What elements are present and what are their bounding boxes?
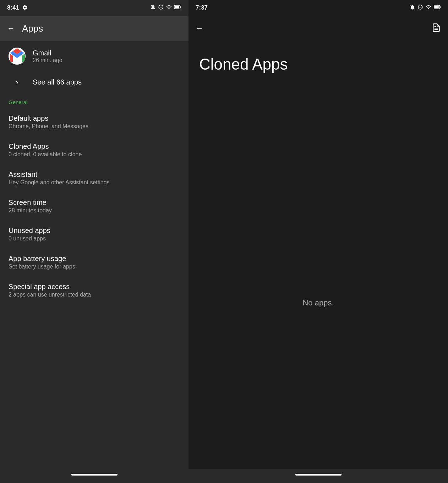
left-status-bar: 8:41 [0, 0, 189, 16]
battery-usage-subtitle: Set battery usage for apps [9, 264, 180, 270]
battery-icon [174, 5, 181, 11]
settings-icon [22, 5, 28, 11]
right-content: Cloned Apps No apps. [189, 41, 448, 469]
left-back-button[interactable]: ← [7, 24, 15, 33]
right-back-button[interactable]: ← [196, 24, 203, 33]
gmail-name: Gmail [33, 49, 62, 57]
cloned-apps-title: Cloned Apps [9, 142, 180, 151]
left-panel: 8:41 [0, 0, 189, 483]
right-nav-pill [295, 474, 342, 476]
left-time: 8:41 [7, 4, 19, 11]
default-apps-subtitle: Chrome, Phone, and Messages [9, 123, 180, 130]
svg-rect-10 [434, 6, 439, 9]
wifi-icon [166, 4, 172, 11]
gmail-icon [9, 48, 26, 65]
left-app-bar: ← Apps [0, 16, 189, 41]
no-apps-text: No apps. [302, 298, 334, 308]
svg-rect-11 [440, 6, 441, 8]
see-all-item[interactable]: › See all 66 apps [0, 71, 189, 93]
assistant-subtitle: Hey Google and other Assistant settings [9, 179, 180, 186]
left-nav-bar [0, 469, 189, 483]
minus-circle-icon [158, 4, 164, 11]
screen-time-item[interactable]: Screen time 28 minutes today [0, 192, 189, 220]
left-app-bar-title: Apps [22, 23, 43, 34]
assistant-title: Assistant [9, 170, 180, 179]
unused-apps-item[interactable]: Unused apps 0 unused apps [0, 220, 189, 248]
left-nav-pill [71, 474, 118, 476]
right-status-bar: 7:37 [189, 0, 448, 16]
right-minus-circle-icon [417, 4, 423, 11]
default-apps-item[interactable]: Default apps Chrome, Phone, and Messages [0, 108, 189, 136]
special-access-title: Special app access [9, 283, 180, 291]
svg-rect-5 [180, 6, 181, 8]
default-apps-title: Default apps [9, 114, 180, 123]
general-section-header: General [0, 93, 189, 108]
see-all-text: See all 66 apps [33, 78, 82, 86]
screen-time-subtitle: 28 minutes today [9, 207, 180, 214]
gmail-subtitle: 26 min. ago [33, 57, 62, 64]
chevron-right-icon: › [9, 78, 26, 86]
battery-usage-title: App battery usage [9, 255, 180, 263]
cloned-apps-subtitle: 0 cloned, 0 available to clone [9, 151, 180, 158]
battery-usage-item[interactable]: App battery usage Set battery usage for … [0, 248, 189, 276]
assistant-item[interactable]: Assistant Hey Google and other Assistant… [0, 164, 189, 192]
right-app-bar: ← [189, 16, 448, 41]
unused-apps-title: Unused apps [9, 227, 180, 235]
right-app-bar-left: ← [196, 24, 203, 33]
unused-apps-subtitle: 0 unused apps [9, 235, 180, 242]
bell-slash-icon [150, 4, 156, 11]
right-panel: 7:37 [189, 0, 448, 483]
gmail-info: Gmail 26 min. ago [33, 49, 62, 64]
special-access-subtitle: 2 apps can use unrestricted data [9, 292, 180, 298]
search-file-icon[interactable] [432, 23, 441, 34]
left-content: Gmail 26 min. ago › See all 66 apps Gene… [0, 41, 189, 469]
svg-rect-4 [175, 6, 179, 9]
right-wifi-icon [425, 4, 432, 11]
empty-state-container: No apps. [199, 144, 437, 462]
right-battery-icon [434, 5, 441, 11]
right-nav-bar [189, 469, 448, 483]
screen-time-title: Screen time [9, 199, 180, 207]
special-access-item[interactable]: Special app access 2 apps can use unrest… [0, 276, 189, 304]
right-bell-slash-icon [410, 4, 415, 11]
gmail-item[interactable]: Gmail 26 min. ago [0, 41, 189, 71]
cloned-apps-page-title: Cloned Apps [199, 55, 288, 73]
right-time: 7:37 [196, 4, 208, 11]
cloned-apps-item[interactable]: Cloned Apps 0 cloned, 0 available to clo… [0, 136, 189, 164]
